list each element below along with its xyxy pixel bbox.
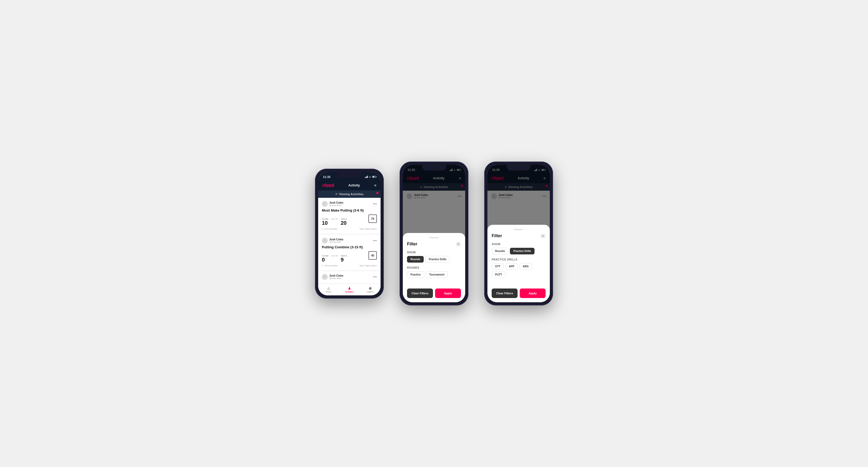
- user-name-2: Josh Coles: [329, 238, 343, 241]
- shot-quality-value-2: 45: [371, 254, 374, 257]
- modal-handle-2: [429, 237, 439, 238]
- user-date-3: 28 Feb 2023: [329, 277, 343, 280]
- modal-title-3: Filter: [492, 234, 502, 238]
- user-info-2: Josh Coles 28 Feb 2023: [322, 238, 343, 244]
- banner-dot-1: [376, 192, 378, 194]
- activity-title-2: Putting Combine (3-15 ft): [322, 245, 377, 249]
- shots-label-1: Shots: [341, 218, 347, 220]
- close-button-3[interactable]: ✕: [540, 233, 546, 239]
- avatar-2: [322, 238, 328, 244]
- user-info-3: Josh Coles 28 Feb 2023: [322, 274, 343, 280]
- avatar-3: [322, 274, 328, 280]
- notch-1: [338, 172, 361, 178]
- user-details-2: Josh Coles 28 Feb 2023: [329, 238, 343, 243]
- more-dots-2[interactable]: •••: [373, 239, 377, 243]
- score-value-2: 0: [322, 257, 325, 262]
- phone-2: 11:33 ▲ clippd Activity ≡: [400, 162, 468, 305]
- stats-row-1: Score 10 OUT OF Shots 20 75: [322, 214, 377, 226]
- card-1-header: Josh Coles 28 Feb 2023 •••: [322, 201, 377, 207]
- capture-label-1: Capture: [367, 291, 373, 293]
- svg-point-1: [324, 239, 326, 241]
- info-icon-1: ⓘ: [322, 228, 324, 230]
- apply-button-3[interactable]: Apply: [520, 288, 546, 298]
- pill-arg-3[interactable]: ARG: [520, 263, 532, 270]
- user-name-3: Josh Coles: [329, 274, 343, 277]
- more-dots-1[interactable]: •••: [373, 202, 377, 206]
- more-dots-3[interactable]: •••: [373, 275, 377, 279]
- scene: 11:33 ▲ clippd Activity ≡: [304, 146, 564, 321]
- pill-tournament-2[interactable]: Tournament: [426, 271, 448, 278]
- pill-practice-drills-2[interactable]: Practice Drills: [425, 256, 450, 262]
- banner-icon-1: ⊞: [335, 192, 338, 195]
- show-label-3: Show: [492, 243, 546, 246]
- shot-quality-value-1: 75: [371, 217, 374, 220]
- user-details-1: Josh Coles 28 Feb 2023: [329, 201, 343, 207]
- activity-title-1: Must Make Putting (3-6 ft): [322, 208, 377, 212]
- user-name-1: Josh Coles: [329, 201, 343, 204]
- score-label-1: Score: [322, 218, 329, 220]
- apply-button-2[interactable]: Apply: [435, 288, 461, 298]
- shots-value-2: 9: [341, 257, 344, 262]
- test-info-1: ⓘ Test Information: [322, 228, 338, 230]
- show-label-2: Show: [407, 251, 461, 254]
- nav-capture-1[interactable]: ⊕ Capture: [360, 284, 380, 295]
- card-3-header: Josh Coles 28 Feb 2023 •••: [322, 274, 377, 280]
- capture-icon-1: ⊕: [369, 286, 372, 290]
- nav-activities-1[interactable]: ♟ Activities: [339, 284, 360, 295]
- user-info-1: Josh Coles 28 Feb 2023: [322, 201, 343, 207]
- shot-quality-badge-1: 75: [368, 214, 377, 223]
- rounds-label-2: Rounds: [407, 266, 461, 269]
- shots-section-2: Shots 9: [341, 255, 347, 263]
- pill-practice-round-2[interactable]: Practice: [407, 271, 424, 278]
- card-1-footer: ⓘ Test Information Data: Clippd Capture: [322, 228, 377, 230]
- activities-icon-1: ♟: [348, 286, 351, 290]
- out-of-1: OUT OF: [331, 218, 338, 220]
- activity-card-3: Josh Coles 28 Feb 2023 •••: [318, 271, 380, 284]
- home-label-1: Home: [326, 291, 331, 293]
- wifi-icon-1: ▲: [369, 176, 371, 178]
- modal-actions-3: Clear Filters Apply: [492, 288, 546, 298]
- nav-home-1[interactable]: ⌂ Home: [318, 284, 339, 295]
- phone-2-screen: 11:33 ▲ clippd Activity ≡: [403, 165, 465, 302]
- notch-2: [422, 165, 446, 170]
- banner-text-1: Viewing Activities: [339, 192, 364, 196]
- shots-section-1: Shots 20: [341, 218, 347, 226]
- pill-practice-drills-3[interactable]: Practice Drills: [510, 248, 534, 254]
- pill-putt-3[interactable]: PUTT: [492, 271, 505, 278]
- modal-header-3: Filter ✕: [492, 233, 546, 239]
- rounds-pills-2: Practice Tournament: [407, 271, 461, 278]
- pill-rounds-3[interactable]: Rounds: [492, 248, 508, 254]
- modal-title-2: Filter: [407, 242, 417, 246]
- battery-icon-1: [372, 176, 376, 178]
- close-button-2[interactable]: ✕: [456, 242, 461, 247]
- bottom-nav-1: ⌂ Home ♟ Activities ⊕ Capture: [318, 284, 380, 295]
- user-details-3: Josh Coles 28 Feb 2023: [329, 274, 343, 280]
- activity-list-1: Josh Coles 28 Feb 2023 ••• Must Make Put…: [318, 198, 380, 284]
- viewing-banner-1: ⊞ Viewing Activities: [318, 190, 380, 198]
- svg-point-2: [324, 275, 326, 277]
- signal-icon-1: [365, 176, 368, 178]
- phone-1: 11:33 ▲ clippd Activity ≡: [315, 169, 384, 299]
- pill-rounds-2[interactable]: Rounds: [407, 256, 424, 262]
- logo-1: clippd: [322, 183, 334, 188]
- modal-header-2: Filter ✕: [407, 242, 461, 247]
- clear-filters-button-2[interactable]: Clear Filters: [407, 288, 433, 298]
- drills-pills-3: OTT APP ARG PUTT: [492, 263, 546, 278]
- modal-handle-3: [514, 229, 523, 230]
- out-of-2: OUT OF: [331, 255, 338, 257]
- test-info-2: ⓘ Test Information: [322, 264, 338, 267]
- score-value-1: 10: [322, 220, 328, 226]
- shots-value-1: 20: [341, 220, 346, 226]
- clear-filters-button-3[interactable]: Clear Filters: [492, 288, 518, 298]
- pill-app-3[interactable]: APP: [505, 263, 518, 270]
- card-2-footer: ⓘ Test Information Data: Clippd Capture: [322, 264, 377, 267]
- modal-actions-2: Clear Filters Apply: [407, 288, 461, 298]
- info-icon-2: ⓘ: [322, 264, 324, 267]
- data-source-1: Data: Clippd Capture: [360, 228, 377, 230]
- activity-card-1: Josh Coles 28 Feb 2023 ••• Must Make Put…: [318, 198, 380, 234]
- pill-ott-3[interactable]: OTT: [492, 263, 504, 270]
- show-pills-2: Rounds Practice Drills: [407, 256, 461, 262]
- score-label-2: Score: [322, 255, 329, 257]
- status-icons-1: ▲: [365, 176, 376, 178]
- hamburger-icon-1[interactable]: ≡: [374, 183, 376, 187]
